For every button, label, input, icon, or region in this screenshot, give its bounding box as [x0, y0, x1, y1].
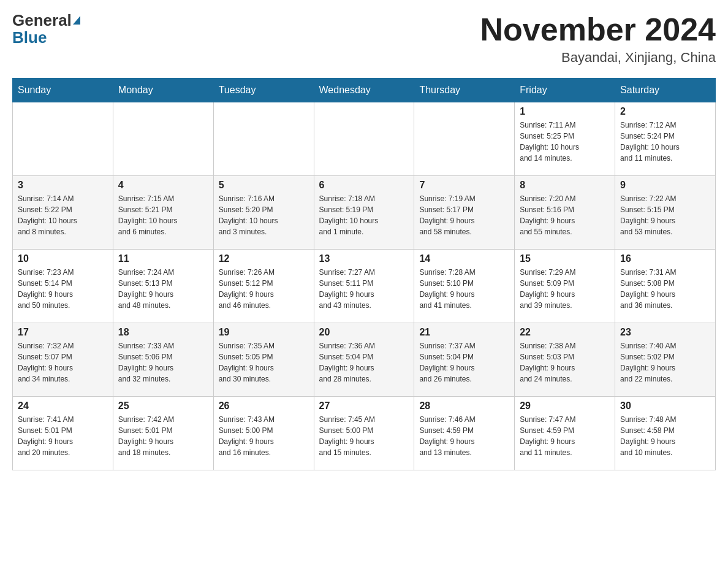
day-number: 11 [118, 253, 208, 264]
calendar-cell: 19Sunrise: 7:35 AM Sunset: 5:05 PM Dayli… [213, 323, 314, 397]
location-title: Bayandai, Xinjiang, China [480, 50, 716, 66]
day-info: Sunrise: 7:29 AM Sunset: 5:09 PM Dayligh… [520, 267, 610, 311]
day-number: 5 [219, 180, 309, 191]
day-info: Sunrise: 7:40 AM Sunset: 5:02 PM Dayligh… [620, 340, 710, 385]
day-number: 6 [319, 180, 409, 191]
day-number: 2 [620, 106, 710, 117]
day-info: Sunrise: 7:48 AM Sunset: 4:58 PM Dayligh… [620, 414, 710, 458]
day-number: 28 [419, 400, 509, 412]
day-header-tuesday: Tuesday [213, 79, 314, 102]
day-number: 21 [419, 327, 509, 338]
day-info: Sunrise: 7:23 AM Sunset: 5:14 PM Dayligh… [18, 267, 108, 311]
day-number: 24 [18, 400, 108, 412]
day-info: Sunrise: 7:43 AM Sunset: 5:00 PM Dayligh… [219, 414, 309, 458]
page-header: General Blue November 2024 Bayandai, Xin… [12, 12, 716, 66]
calendar-cell [414, 102, 515, 176]
calendar-cell: 7Sunrise: 7:19 AM Sunset: 5:17 PM Daylig… [414, 176, 515, 250]
calendar-cell: 26Sunrise: 7:43 AM Sunset: 5:00 PM Dayli… [213, 397, 314, 470]
calendar-cell: 29Sunrise: 7:47 AM Sunset: 4:59 PM Dayli… [515, 397, 615, 470]
day-number: 13 [319, 253, 409, 264]
calendar-cell: 5Sunrise: 7:16 AM Sunset: 5:20 PM Daylig… [213, 176, 314, 250]
day-info: Sunrise: 7:11 AM Sunset: 5:25 PM Dayligh… [520, 120, 610, 164]
day-info: Sunrise: 7:26 AM Sunset: 5:12 PM Dayligh… [219, 267, 309, 311]
calendar-cell: 14Sunrise: 7:28 AM Sunset: 5:10 PM Dayli… [414, 250, 515, 323]
day-number: 25 [118, 400, 208, 412]
calendar-cell: 30Sunrise: 7:48 AM Sunset: 4:58 PM Dayli… [615, 397, 716, 470]
calendar-cell [113, 102, 213, 176]
logo: General Blue [12, 12, 80, 45]
day-number: 12 [219, 253, 309, 264]
day-info: Sunrise: 7:19 AM Sunset: 5:17 PM Dayligh… [419, 193, 509, 237]
day-header-friday: Friday [515, 79, 615, 102]
day-info: Sunrise: 7:24 AM Sunset: 5:13 PM Dayligh… [118, 267, 208, 311]
calendar-cell: 23Sunrise: 7:40 AM Sunset: 5:02 PM Dayli… [615, 323, 716, 397]
calendar-cell [213, 102, 314, 176]
month-title: November 2024 [480, 12, 716, 47]
calendar-cell: 4Sunrise: 7:15 AM Sunset: 5:21 PM Daylig… [113, 176, 213, 250]
day-number: 18 [118, 327, 208, 338]
day-info: Sunrise: 7:38 AM Sunset: 5:03 PM Dayligh… [520, 340, 610, 385]
day-number: 7 [419, 180, 509, 191]
calendar-cell: 3Sunrise: 7:14 AM Sunset: 5:22 PM Daylig… [13, 176, 113, 250]
calendar-cell: 27Sunrise: 7:45 AM Sunset: 5:00 PM Dayli… [314, 397, 414, 470]
logo-general-text: General [12, 12, 72, 28]
calendar-cell: 13Sunrise: 7:27 AM Sunset: 5:11 PM Dayli… [314, 250, 414, 323]
calendar-cell: 8Sunrise: 7:20 AM Sunset: 5:16 PM Daylig… [515, 176, 615, 250]
day-info: Sunrise: 7:27 AM Sunset: 5:11 PM Dayligh… [319, 267, 409, 311]
day-number: 9 [620, 180, 710, 191]
day-number: 30 [620, 400, 710, 412]
calendar-cell: 21Sunrise: 7:37 AM Sunset: 5:04 PM Dayli… [414, 323, 515, 397]
day-info: Sunrise: 7:45 AM Sunset: 5:00 PM Dayligh… [319, 414, 409, 458]
day-info: Sunrise: 7:12 AM Sunset: 5:24 PM Dayligh… [620, 120, 710, 164]
day-number: 15 [520, 253, 610, 264]
day-info: Sunrise: 7:37 AM Sunset: 5:04 PM Dayligh… [419, 340, 509, 385]
day-info: Sunrise: 7:15 AM Sunset: 5:21 PM Dayligh… [118, 193, 208, 237]
calendar-cell: 9Sunrise: 7:22 AM Sunset: 5:15 PM Daylig… [615, 176, 716, 250]
day-header-wednesday: Wednesday [314, 79, 414, 102]
day-info: Sunrise: 7:41 AM Sunset: 5:01 PM Dayligh… [18, 414, 108, 458]
calendar-cell: 22Sunrise: 7:38 AM Sunset: 5:03 PM Dayli… [515, 323, 615, 397]
day-number: 17 [18, 327, 108, 338]
day-number: 3 [18, 180, 108, 191]
calendar-cell: 10Sunrise: 7:23 AM Sunset: 5:14 PM Dayli… [13, 250, 113, 323]
day-number: 16 [620, 253, 710, 264]
calendar-cell: 17Sunrise: 7:32 AM Sunset: 5:07 PM Dayli… [13, 323, 113, 397]
calendar-cell: 20Sunrise: 7:36 AM Sunset: 5:04 PM Dayli… [314, 323, 414, 397]
day-number: 26 [219, 400, 309, 412]
day-header-sunday: Sunday [13, 79, 113, 102]
logo-blue-text: Blue [12, 29, 47, 45]
logo-triangle-icon [73, 16, 80, 25]
week-row-3: 10Sunrise: 7:23 AM Sunset: 5:14 PM Dayli… [13, 250, 716, 323]
day-number: 22 [520, 327, 610, 338]
week-row-4: 17Sunrise: 7:32 AM Sunset: 5:07 PM Dayli… [13, 323, 716, 397]
day-info: Sunrise: 7:16 AM Sunset: 5:20 PM Dayligh… [219, 193, 309, 237]
day-info: Sunrise: 7:28 AM Sunset: 5:10 PM Dayligh… [419, 267, 509, 311]
day-number: 14 [419, 253, 509, 264]
day-info: Sunrise: 7:18 AM Sunset: 5:19 PM Dayligh… [319, 193, 409, 237]
title-block: November 2024 Bayandai, Xinjiang, China [480, 12, 716, 66]
day-info: Sunrise: 7:14 AM Sunset: 5:22 PM Dayligh… [18, 193, 108, 237]
calendar-cell: 24Sunrise: 7:41 AM Sunset: 5:01 PM Dayli… [13, 397, 113, 470]
calendar-table: SundayMondayTuesdayWednesdayThursdayFrid… [12, 78, 716, 470]
day-info: Sunrise: 7:31 AM Sunset: 5:08 PM Dayligh… [620, 267, 710, 311]
day-number: 23 [620, 327, 710, 338]
calendar-cell [13, 102, 113, 176]
day-header-thursday: Thursday [414, 79, 515, 102]
header-row: SundayMondayTuesdayWednesdayThursdayFrid… [13, 79, 716, 102]
day-number: 20 [319, 327, 409, 338]
calendar-cell: 25Sunrise: 7:42 AM Sunset: 5:01 PM Dayli… [113, 397, 213, 470]
day-number: 19 [219, 327, 309, 338]
day-info: Sunrise: 7:46 AM Sunset: 4:59 PM Dayligh… [419, 414, 509, 458]
day-info: Sunrise: 7:47 AM Sunset: 4:59 PM Dayligh… [520, 414, 610, 458]
day-info: Sunrise: 7:33 AM Sunset: 5:06 PM Dayligh… [118, 340, 208, 385]
calendar-cell: 12Sunrise: 7:26 AM Sunset: 5:12 PM Dayli… [213, 250, 314, 323]
day-info: Sunrise: 7:36 AM Sunset: 5:04 PM Dayligh… [319, 340, 409, 385]
day-info: Sunrise: 7:32 AM Sunset: 5:07 PM Dayligh… [18, 340, 108, 385]
day-number: 27 [319, 400, 409, 412]
calendar-cell: 18Sunrise: 7:33 AM Sunset: 5:06 PM Dayli… [113, 323, 213, 397]
calendar-cell: 11Sunrise: 7:24 AM Sunset: 5:13 PM Dayli… [113, 250, 213, 323]
calendar-cell: 28Sunrise: 7:46 AM Sunset: 4:59 PM Dayli… [414, 397, 515, 470]
day-header-monday: Monday [113, 79, 213, 102]
calendar-cell: 15Sunrise: 7:29 AM Sunset: 5:09 PM Dayli… [515, 250, 615, 323]
day-number: 8 [520, 180, 610, 191]
